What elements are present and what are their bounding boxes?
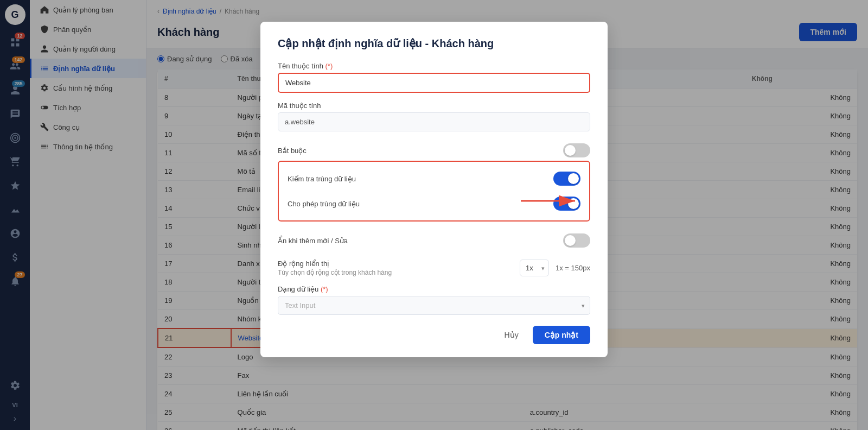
toggle-bat-buoc[interactable] bbox=[563, 143, 590, 157]
width-info: 1x = 150px bbox=[556, 264, 590, 272]
toggle-dupe-check[interactable] bbox=[553, 172, 580, 186]
field-data-type: Dạng dữ liệu (*) Text Input bbox=[278, 285, 590, 315]
field-width-label: Độ rộng hiển thị bbox=[278, 260, 513, 268]
field-ten-label: Tên thuộc tính (*) bbox=[278, 62, 590, 70]
field-dupe-check-row: Kiểm tra trùng dữ liệu bbox=[288, 168, 580, 189]
field-ma-thuoc-tinh: Mã thuộc tính bbox=[278, 102, 590, 131]
modal: Cập nhật định nghĩa dữ liệu - Khách hàng… bbox=[260, 22, 608, 357]
field-an-row: Ẩn khi thêm mới / Sửa bbox=[278, 230, 590, 251]
modal-title: Cập nhật định nghĩa dữ liệu - Khách hàng bbox=[278, 37, 590, 50]
toggle-bat-buoc-slider bbox=[563, 143, 590, 157]
field-ten-input[interactable] bbox=[278, 73, 590, 93]
width-select[interactable]: 1x 2x 3x bbox=[520, 260, 549, 276]
red-arrow bbox=[521, 190, 586, 213]
modal-overlay[interactable]: Cập nhật định nghĩa dữ liệu - Khách hàng… bbox=[0, 0, 868, 430]
toggle-an[interactable] bbox=[563, 233, 590, 248]
data-type-select-wrap: Text Input bbox=[278, 296, 590, 315]
field-bat-buoc-row: Bắt buộc bbox=[278, 140, 590, 161]
field-dupe-allow-label: Cho phép trùng dữ liệu bbox=[288, 200, 360, 208]
toggle-an-slider bbox=[563, 233, 590, 248]
field-width-row: Độ rộng hiển thị Tùy chọn độ rộng cột tr… bbox=[278, 260, 590, 276]
update-button[interactable]: Cập nhật bbox=[533, 326, 590, 344]
field-an-label: Ẩn khi thêm mới / Sửa bbox=[278, 237, 348, 245]
field-ma-input[interactable] bbox=[278, 112, 590, 131]
field-data-required: (*) bbox=[321, 285, 328, 293]
width-select-wrap: 1x 2x 3x bbox=[520, 260, 549, 276]
field-ten-required: (*) bbox=[326, 62, 333, 70]
field-bat-buoc-label: Bắt buộc bbox=[278, 147, 307, 155]
field-ma-label: Mã thuộc tính bbox=[278, 102, 590, 110]
toggle-dupe-check-slider bbox=[553, 172, 580, 186]
data-type-select[interactable]: Text Input bbox=[278, 296, 590, 315]
field-ten-thuoc-tinh: Tên thuộc tính (*) bbox=[278, 62, 590, 93]
cancel-button[interactable]: Hủy bbox=[497, 326, 526, 344]
field-width-sub: Tùy chọn độ rộng cột trong khách hàng bbox=[278, 269, 513, 276]
field-data-label: Dạng dữ liệu (*) bbox=[278, 285, 590, 293]
modal-footer: Hủy Cập nhật bbox=[278, 326, 590, 344]
field-dupe-check-label: Kiểm tra trùng dữ liệu bbox=[288, 175, 356, 183]
